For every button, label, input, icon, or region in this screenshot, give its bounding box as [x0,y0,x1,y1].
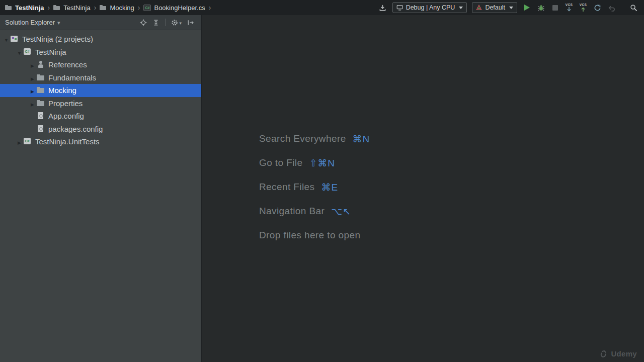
solution-icon [11,35,19,43]
collapse-arrow-icon[interactable] [2,35,11,43]
breadcrumb-label: BookingHelper.cs [154,4,205,12]
breadcrumb-label: TestNinja [15,4,44,12]
shortcut-label: Drop files here to open [259,230,360,241]
tree-item-packages-config[interactable]: packages.config [0,123,201,136]
tree-item-label: Fundamentals [48,73,96,82]
locate-file-button[interactable] [140,19,147,26]
editor-area[interactable]: Search Everywhere ⌘N Go to File ⇧⌘N Rece… [202,15,644,362]
shortcut-row: Recent Files ⌘E [259,175,370,199]
vcs-commit-button[interactable]: VCS [579,3,588,12]
udemy-logo-icon [599,348,609,359]
tree-item-testninja-solution[interactable]: TestNinja (2 projects) [0,33,201,46]
shortcut-row: Go to File ⇧⌘N [259,151,370,175]
panel-options-button[interactable] [171,19,182,26]
undo-icon [608,4,615,12]
udemy-logo-text: Udemy [611,349,637,358]
tree-item-label: Properties [48,99,83,108]
search-icon [630,4,637,12]
profile-icon [476,5,482,11]
csharp-project-icon [24,48,32,56]
shortcut-label: Recent Files [259,182,314,193]
vcs-update-button[interactable]: VCS [565,3,574,12]
stop-button[interactable] [550,3,559,12]
config-file-icon [37,125,45,133]
folder-icon [37,100,45,107]
chevron-right-icon: › [209,4,211,12]
divider [165,19,166,26]
shortcut-label: Navigation Bar [259,206,325,217]
search-button[interactable] [629,3,638,12]
chevron-down-icon [459,7,463,9]
shortcut-row: Search Everywhere ⌘N [259,127,370,151]
chevron-down-icon [178,19,182,26]
hide-panel-button[interactable] [187,19,194,26]
chevron-down-icon[interactable] [55,19,60,26]
tree-item-label: packages.config [48,125,103,133]
tree-item-label: TestNinja [35,48,66,56]
breadcrumb-label: TestNinja [63,4,90,12]
shortcut-keys: ⌘N [353,133,370,145]
breadcrumb-item-folder[interactable]: Mocking [100,4,134,12]
tree-item-app-config[interactable]: App.config [0,110,201,123]
run-button[interactable] [522,3,531,12]
stop-icon [552,5,558,11]
folder-icon [53,5,60,11]
expand-arrow-icon[interactable] [15,137,24,146]
tree-item-references[interactable]: References [0,58,201,71]
folder-icon [37,74,45,81]
shortcut-keys: ⌥↖ [331,206,351,217]
collapse-arrow-icon[interactable] [15,48,24,56]
refresh-button[interactable] [593,3,602,12]
tree-item-fundamentals[interactable]: Fundamentals [0,71,201,84]
shortcut-row: Drop files here to open [259,223,370,247]
chevron-right-icon: › [48,4,50,12]
profile-dropdown[interactable]: Default [472,2,517,13]
profile-label: Default [485,4,505,11]
shortcut-keys: ⇧⌘N [309,157,335,169]
debug-button[interactable] [536,3,545,12]
undo-button[interactable] [607,3,616,12]
toolbar-right: Debug | Any CPU Default V [378,2,638,13]
expand-arrow-icon[interactable] [28,99,37,108]
tree-item-label: App.config [48,112,84,120]
solution-tree: TestNinja (2 projects) TestNinja Referen… [0,30,201,148]
udemy-watermark: Udemy [599,349,637,358]
csharp-file-icon [143,5,151,11]
chevron-right-icon: › [94,4,97,12]
solution-explorer-header: Solution Explorer [0,15,201,30]
expand-arrow-icon[interactable] [28,86,37,95]
folder-icon [37,86,45,94]
arrow-up-icon [581,7,586,12]
play-icon [524,5,530,11]
breadcrumb-item-solution[interactable]: TestNinja [5,4,44,12]
shortcut-label: Search Everywhere [259,133,346,144]
run-config-label: Debug | Any CPU [406,4,455,11]
vcs-label: VCS [580,4,587,7]
config-file-icon [37,112,45,120]
references-icon [37,61,45,68]
gear-icon [171,19,178,26]
arrow-down-icon [567,7,572,12]
tree-item-properties[interactable]: Properties [0,97,201,110]
panel-title: Solution Explorer [5,19,55,26]
vcs-label: VCS [566,4,573,7]
shortcut-row: Navigation Bar ⌥↖ [259,199,370,223]
titlebar: TestNinja › TestNinja › Mocking › Bookin… [0,0,644,15]
breadcrumb-item-project[interactable]: TestNinja [53,4,90,12]
tree-item-mocking[interactable]: Mocking [0,84,201,97]
expand-arrow-icon[interactable] [28,73,37,82]
crosshair-icon [140,19,147,26]
folder-icon [5,5,12,11]
tree-item-testninja-unittests[interactable]: TestNinja.UnitTests [0,135,201,148]
download-icon[interactable] [378,3,387,12]
collapse-all-button[interactable] [152,19,159,26]
hide-panel-icon [187,19,194,26]
shortcut-hints: Search Everywhere ⌘N Go to File ⇧⌘N Rece… [259,127,370,247]
breadcrumb-item-file[interactable]: BookingHelper.cs [143,4,205,12]
tree-item-label: References [48,60,87,69]
run-config-dropdown[interactable]: Debug | Any CPU [392,2,467,13]
refresh-icon [594,4,601,12]
expand-arrow-icon[interactable] [28,60,37,69]
tree-item-testninja-project[interactable]: TestNinja [0,46,201,59]
folder-icon [100,5,107,11]
